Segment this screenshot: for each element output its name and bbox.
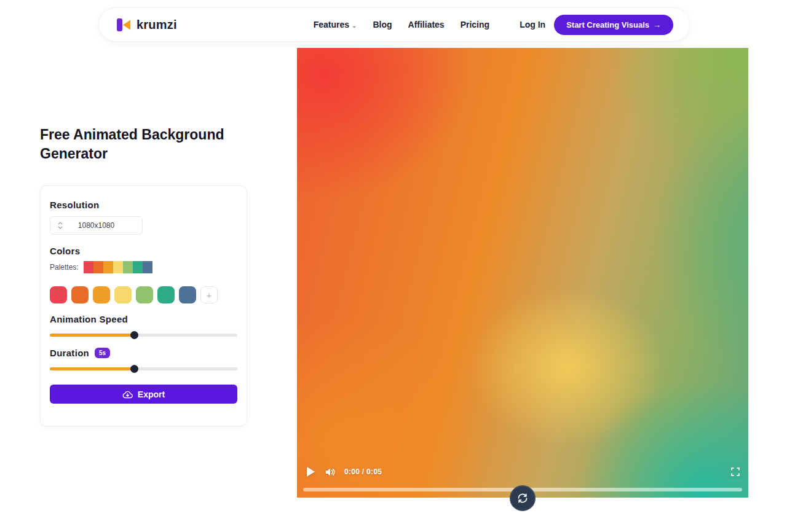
duration-slider[interactable] <box>50 365 237 373</box>
fullscreen-icon[interactable] <box>731 467 740 476</box>
nav-item-features-label: Features <box>314 20 349 29</box>
video-preview[interactable]: 0:00 / 0:05 <box>297 48 748 498</box>
animation-speed-slider[interactable] <box>50 331 237 339</box>
palettes-label: Palettes: <box>50 263 79 272</box>
color-swatch[interactable] <box>93 286 110 303</box>
export-label: Export <box>138 389 165 399</box>
color-swatch[interactable] <box>157 286 175 303</box>
duration-head: Duration 5s <box>50 348 237 358</box>
logo-icon <box>116 17 132 33</box>
color-swatch[interactable] <box>71 286 89 303</box>
color-swatch[interactable] <box>136 286 153 303</box>
color-swatch[interactable] <box>179 286 196 303</box>
logo-text: krumzi <box>136 18 177 32</box>
chevron-down-icon: ⌄ <box>352 22 357 29</box>
nav-item-blog[interactable]: Blog <box>373 20 392 29</box>
nav-item-pricing[interactable]: Pricing <box>461 20 489 29</box>
palette-segment <box>123 261 133 273</box>
palettes-row: Palettes: <box>50 261 237 273</box>
page-title: Free Animated Background Generator <box>40 125 252 163</box>
palette-segment <box>84 261 93 273</box>
add-color-button[interactable]: + <box>200 286 218 303</box>
cta-label: Start Creating Visuals <box>566 20 649 29</box>
swatch-row: + <box>50 286 237 303</box>
navbar: krumzi Features ⌄ Blog Affiliates Pricin… <box>98 7 690 42</box>
palette-segment <box>103 261 113 273</box>
arrow-right-icon: → <box>653 20 661 29</box>
video-controls: 0:00 / 0:05 <box>297 462 748 482</box>
palette-segment <box>113 261 123 273</box>
slider-fill <box>50 367 134 370</box>
cloud-download-icon <box>122 390 133 399</box>
nav-item-features[interactable]: Features ⌄ <box>314 20 357 29</box>
color-swatch[interactable] <box>50 286 67 303</box>
slider-thumb[interactable] <box>130 331 138 339</box>
colors-label: Colors <box>50 246 237 256</box>
resolution-select[interactable]: 1080x1080 <box>50 216 143 235</box>
palette-segment <box>133 261 143 273</box>
resolution-value: 1080x1080 <box>50 221 142 230</box>
refresh-icon <box>516 492 529 504</box>
nav-links: Features ⌄ Blog Affiliates Pricing <box>314 20 489 29</box>
login-link[interactable]: Log In <box>520 20 545 29</box>
palette-segment <box>93 261 103 273</box>
palette-segment <box>143 261 152 273</box>
export-button[interactable]: Export <box>50 385 237 404</box>
logo[interactable]: krumzi <box>116 17 177 33</box>
resolution-label: Resolution <box>50 200 237 210</box>
play-button[interactable] <box>306 466 315 477</box>
slider-fill <box>50 334 134 337</box>
animation-speed-label: Animation Speed <box>50 314 237 324</box>
color-swatch[interactable] <box>114 286 132 303</box>
volume-icon[interactable] <box>325 467 336 477</box>
duration-badge[interactable]: 5s <box>95 348 110 358</box>
nav-item-affiliates[interactable]: Affiliates <box>408 20 445 29</box>
nav-right: Log In Start Creating Visuals → <box>520 15 673 35</box>
slider-thumb[interactable] <box>130 365 138 373</box>
replay-button[interactable] <box>510 485 536 511</box>
time-display: 0:00 / 0:05 <box>344 467 382 476</box>
duration-label: Duration <box>50 348 89 358</box>
spinner-updown-icon <box>58 222 63 229</box>
settings-panel: Resolution 1080x1080 Colors Palettes: <box>40 186 247 426</box>
palette-strip[interactable] <box>84 261 152 273</box>
start-creating-visuals-button[interactable]: Start Creating Visuals → <box>554 15 673 35</box>
